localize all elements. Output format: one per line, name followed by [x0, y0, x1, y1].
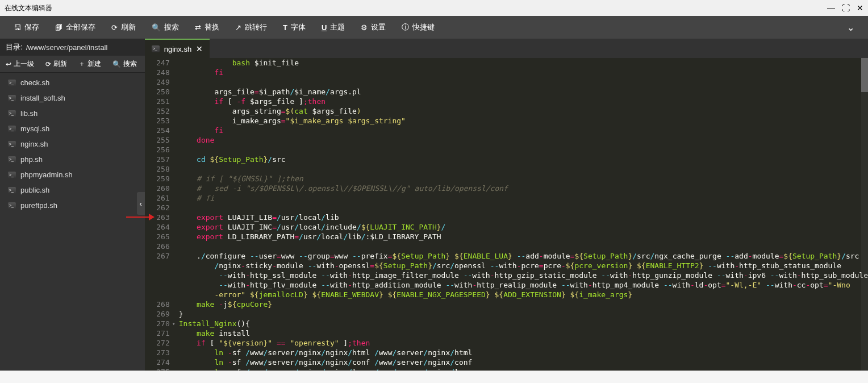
- code-line[interactable]: [179, 145, 868, 155]
- code-line[interactable]: bash $init_file: [179, 58, 868, 68]
- settings-button[interactable]: ⚙设置: [353, 16, 394, 39]
- code-line[interactable]: make -j${cpuCore}: [179, 299, 868, 309]
- code-line[interactable]: [179, 242, 868, 251]
- gutter-line: 259: [145, 174, 170, 184]
- code-editor[interactable]: 2472482492502512522532542552562572582592…: [145, 58, 868, 370]
- titlebar: 在线文本编辑器 — ⛶ ✕: [0, 0, 868, 16]
- code-line[interactable]: ./configure --user=www --group=www --pre…: [179, 251, 868, 261]
- collapse-sidebar-button[interactable]: ‹: [137, 192, 145, 215]
- gutter-line: 256: [145, 145, 170, 155]
- code-line[interactable]: make install: [179, 328, 868, 338]
- file-item[interactable]: nginx.sh: [0, 136, 145, 152]
- code-line[interactable]: if [ "${version}" == "openresty" ];then: [179, 338, 868, 348]
- refresh-button[interactable]: ⟳刷新: [103, 16, 144, 39]
- gutter-line: 248: [145, 68, 170, 77]
- terminal-icon: [8, 140, 16, 148]
- code-body[interactable]: bash $init_file fi args_file=$i_path/$i_…: [177, 58, 868, 370]
- code-line[interactable]: if [ -f $args_file ];then: [179, 97, 868, 106]
- chevron-down-icon: ⌄: [847, 23, 854, 32]
- code-line[interactable]: args_string=$(cat $args_file): [179, 106, 868, 116]
- file-item[interactable]: phpmyadmin.sh: [0, 167, 145, 182]
- code-line[interactable]: export LUAJIT_INC=/usr/local/include/${L…: [179, 222, 868, 232]
- goto-button[interactable]: ↗跳转行: [227, 16, 275, 39]
- code-line[interactable]: export LD_LIBRARY_PATH=/usr/local/lib/:$…: [179, 232, 868, 242]
- refresh-icon: ⟳: [45, 60, 51, 68]
- maximize-icon[interactable]: ⛶: [842, 3, 850, 13]
- goto-icon: ↗: [235, 23, 241, 32]
- statusbar: [0, 370, 868, 383]
- code-line[interactable]: [179, 77, 868, 87]
- theme-button[interactable]: U主题: [314, 16, 353, 39]
- search-button[interactable]: 🔍搜索: [144, 16, 187, 39]
- tab-close-icon[interactable]: ✕: [196, 44, 203, 53]
- file-name: check.sh: [20, 78, 49, 87]
- code-line[interactable]: /nginx-sticky-module --with-openssl=${Se…: [179, 261, 868, 270]
- terminal-icon: [152, 45, 160, 53]
- file-item[interactable]: pureftpd.sh: [0, 198, 145, 213]
- file-name: install_soft.sh: [20, 94, 65, 102]
- chevron-left-icon: ‹: [140, 199, 142, 208]
- dir-search-button[interactable]: 🔍搜索: [107, 56, 143, 72]
- file-item[interactable]: mysql.sh: [0, 121, 145, 136]
- code-line[interactable]: Install_Nginx(){: [179, 319, 868, 328]
- theme-icon: U: [322, 23, 327, 32]
- minimize-icon[interactable]: —: [827, 3, 835, 13]
- gutter-line: 249: [145, 77, 170, 87]
- vertical-scrollbar[interactable]: [861, 58, 868, 370]
- code-line[interactable]: --with-http_ssl_module --with-http_image…: [179, 270, 868, 280]
- code-line[interactable]: i_make_args="$i_make_args $args_string": [179, 116, 868, 126]
- code-line[interactable]: export LUAJIT_LIB=/usr/local/lib: [179, 213, 868, 222]
- terminal-icon: [8, 202, 16, 210]
- new-file-button[interactable]: ＋新建: [73, 56, 107, 72]
- plus-icon: ＋: [78, 59, 85, 69]
- scrollbar-thumb[interactable]: [861, 58, 868, 92]
- code-line[interactable]: [179, 164, 868, 174]
- tab-nginx-sh[interactable]: nginx.sh ✕: [145, 39, 210, 58]
- gutter-line: 270▾: [145, 319, 170, 328]
- gutter-line: 265: [145, 232, 170, 242]
- replace-button[interactable]: ⇄替换: [187, 16, 227, 39]
- code-line[interactable]: fi: [179, 126, 868, 135]
- file-item[interactable]: php.sh: [0, 152, 145, 167]
- fold-marker-icon[interactable]: ▾: [172, 319, 176, 328]
- code-line[interactable]: # if [ "${GMSSL}" ];then: [179, 174, 868, 184]
- save-button[interactable]: 🖫保存: [6, 16, 47, 39]
- code-line[interactable]: # fi: [179, 193, 868, 203]
- code-line[interactable]: -error" ${jemallocLD} ${ENABLE_WEBDAV} $…: [179, 290, 868, 299]
- terminal-icon: [8, 125, 16, 133]
- file-item[interactable]: install_soft.sh: [0, 90, 145, 106]
- code-line[interactable]: ln -sf /www/server/nginx/nginx/conf /www…: [179, 357, 868, 367]
- close-icon[interactable]: ✕: [857, 3, 863, 13]
- sidebar: 目录: /www/server/panel/install ↩上一级 ⟳刷新 ＋…: [0, 39, 145, 370]
- code-line[interactable]: # sed -i "s/$OPENSSL\/.openssl\//$OPENSS…: [179, 184, 868, 193]
- gutter-line: 252: [145, 106, 170, 116]
- search-icon: 🔍: [112, 60, 121, 68]
- file-name: php.sh: [20, 155, 43, 164]
- code-line[interactable]: ln -sf /www/server/nginx/nginx/logs /www…: [179, 367, 868, 370]
- code-line[interactable]: ln -sf /www/server/nginx/nginx/html /www…: [179, 348, 868, 357]
- gear-icon: ⚙: [361, 23, 368, 32]
- shortcuts-button[interactable]: ⓘ快捷键: [394, 16, 443, 39]
- up-level-button[interactable]: ↩上一级: [0, 56, 40, 72]
- gutter-line: 258: [145, 164, 170, 174]
- terminal-icon: [8, 79, 16, 87]
- dir-refresh-button[interactable]: ⟳刷新: [40, 56, 73, 72]
- code-line[interactable]: }: [179, 309, 868, 319]
- code-line[interactable]: --with-http_flv_module --with-http_addit…: [179, 280, 868, 290]
- code-line[interactable]: [179, 203, 868, 213]
- expand-toolbar-button[interactable]: ⌄: [839, 22, 862, 33]
- font-button[interactable]: T字体: [275, 16, 314, 39]
- code-line[interactable]: fi: [179, 68, 868, 77]
- file-item[interactable]: lib.sh: [0, 106, 145, 121]
- terminal-icon: [8, 94, 16, 102]
- file-item[interactable]: public.sh: [0, 182, 145, 198]
- file-item[interactable]: check.sh: [0, 75, 145, 90]
- save-all-button[interactable]: 🗐全部保存: [47, 16, 103, 39]
- code-line[interactable]: cd ${Setup_Path}/src: [179, 155, 868, 164]
- gutter-line: 250: [145, 87, 170, 97]
- code-line[interactable]: done: [179, 135, 868, 145]
- gutter-line: 255: [145, 135, 170, 145]
- gutter-line: 275: [145, 367, 170, 370]
- code-line[interactable]: args_file=$i_path/$i_name/args.pl: [179, 87, 868, 97]
- dir-path[interactable]: /www/server/panel/install: [26, 43, 108, 52]
